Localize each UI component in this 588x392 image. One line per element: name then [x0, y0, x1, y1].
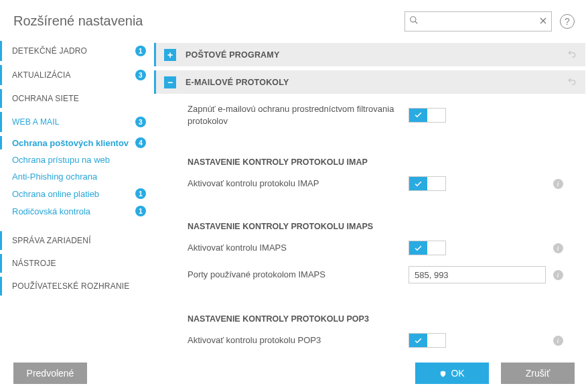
heading-imap: NASTAVENIE KONTROLY PROTOKOLU IMAP: [154, 143, 585, 171]
nav-device-management[interactable]: SPRÁVA ZARIADENÍ: [0, 229, 154, 252]
search-input[interactable]: [423, 16, 539, 26]
ok-button[interactable]: OK: [415, 363, 489, 384]
nav-parental-control[interactable]: Rodičovská kontrola 1: [0, 202, 154, 220]
svg-line-1: [415, 21, 418, 24]
info-icon[interactable]: i: [553, 243, 563, 253]
info-icon[interactable]: i: [553, 270, 563, 280]
toggle-imaps[interactable]: [409, 241, 446, 255]
help-icon[interactable]: ?: [560, 14, 575, 29]
toggle-email-protection[interactable]: [409, 108, 446, 123]
check-icon: [409, 241, 427, 255]
row-imaps-ports: Porty používané protokolom IMAPS i: [154, 261, 585, 289]
nav-mail-client-protection[interactable]: Ochrana poštových klientov 4: [0, 134, 154, 151]
clear-icon[interactable]: [539, 16, 547, 27]
content-pane: + POŠTOVÉ PROGRAMY − E-MAILOVÉ PROTOKOLY…: [154, 39, 588, 354]
row-enable-email-protection: Zapnúť e-mailovú ochranu prostredníctvom…: [154, 98, 585, 132]
section-mail-programs[interactable]: + POŠTOVÉ PROGRAMY: [154, 43, 585, 66]
toggle-pop3[interactable]: [409, 333, 446, 348]
badge: 1: [135, 206, 146, 216]
heading-pop3: NASTAVENIE KONTROLY PROTOKOLU POP3: [154, 300, 585, 328]
collapse-icon: −: [164, 76, 176, 88]
header: Rozšírené nastavenia ?: [0, 0, 588, 39]
nav-ui[interactable]: POUŽÍVATEĽSKÉ ROZHRANIE: [0, 275, 154, 298]
section-email-protocols[interactable]: − E-MAILOVÉ PROTOKOLY: [154, 70, 585, 94]
nav-antiphishing[interactable]: Anti-Phishing ochrana: [0, 168, 154, 185]
nav-update[interactable]: AKTUALIZÁCIA 3: [0, 63, 154, 87]
row-imap-enable: Aktivovať kontrolu protokolu IMAP i: [154, 171, 585, 196]
check-icon: [409, 334, 427, 347]
row-pop3-enable: Aktivovať kontrolu protokolu POP3 i: [154, 328, 585, 353]
undo-icon[interactable]: [567, 48, 577, 61]
input-imaps-ports[interactable]: [409, 266, 546, 283]
page-title: Rozšírené nastavenia: [13, 13, 405, 29]
heading-imaps: NASTAVENIE KONTROLY PROTOKOLU IMAPS: [154, 207, 585, 235]
sidebar: DETEKČNÉ JADRO 1 AKTUALIZÁCIA 3 OCHRANA …: [0, 39, 154, 354]
badge: 1: [135, 188, 146, 199]
expand-icon: +: [164, 49, 176, 61]
row-imaps-enable: Aktivovať kontrolu IMAPS i: [154, 235, 585, 261]
check-icon: [409, 109, 427, 122]
cancel-button[interactable]: Zrušiť: [501, 363, 575, 384]
info-icon[interactable]: i: [553, 179, 563, 189]
nav-web-access[interactable]: Ochrana prístupu na web: [0, 151, 154, 168]
info-icon[interactable]: i: [553, 336, 563, 346]
badge: 3: [135, 117, 146, 127]
footer: Predvolené OK Zrušiť: [0, 354, 588, 392]
nav-online-payments[interactable]: Ochrana online platieb 1: [0, 185, 154, 202]
nav-tools[interactable]: NÁSTROJE: [0, 252, 154, 275]
toggle-imap[interactable]: [409, 176, 446, 191]
search-box[interactable]: [405, 11, 552, 31]
undo-icon[interactable]: [567, 76, 577, 88]
defaults-button[interactable]: Predvolené: [13, 363, 87, 384]
check-icon: [409, 177, 427, 190]
badge: 1: [135, 46, 146, 56]
shield-icon: [439, 369, 447, 377]
nav-network-protection[interactable]: OCHRANA SIETE: [0, 87, 154, 110]
search-icon: [409, 15, 419, 27]
badge: 4: [135, 137, 146, 148]
nav-web-mail[interactable]: WEB A MAIL 3: [0, 110, 154, 134]
nav-detection-core[interactable]: DETEKČNÉ JADRO 1: [0, 39, 154, 63]
badge: 3: [135, 70, 146, 80]
svg-point-0: [411, 17, 416, 22]
